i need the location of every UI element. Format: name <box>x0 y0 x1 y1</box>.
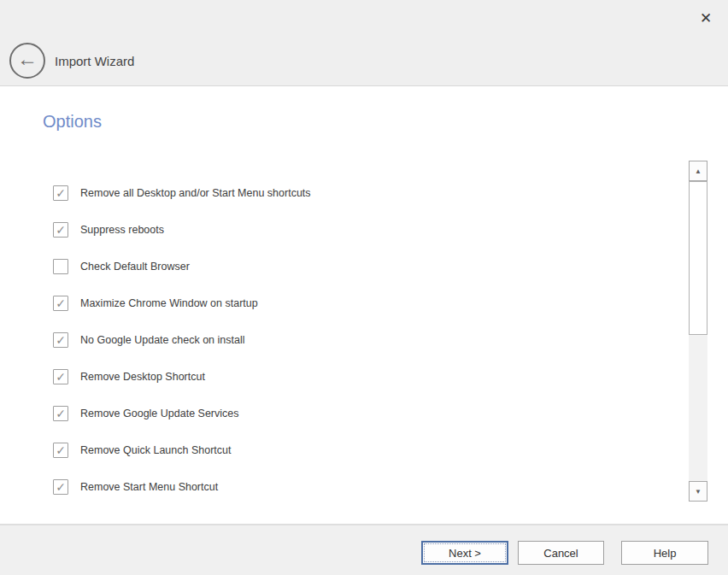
option-row[interactable]: ✓ Remove Desktop Shortcut <box>0 358 728 395</box>
scrollbar-thumb[interactable] <box>689 181 707 335</box>
option-checkbox[interactable]: ✓ <box>53 296 68 311</box>
option-row[interactable]: ✓ Remove Start Menu Shortcut <box>0 468 728 504</box>
option-checkbox[interactable]: ✓ <box>53 332 68 348</box>
help-button[interactable]: Help <box>621 541 708 565</box>
option-checkbox[interactable]: ✓ <box>53 479 68 495</box>
options-panel: ✓ Remove all Desktop and/or Start Menu s… <box>0 162 728 504</box>
option-checkbox[interactable]: ✓ <box>53 406 68 421</box>
option-row[interactable]: ✓ No Google Update check on install <box>0 321 728 358</box>
option-row[interactable]: ✓ Suppress reboots <box>0 211 728 248</box>
option-checkbox[interactable] <box>53 259 68 274</box>
close-icon[interactable]: ✕ <box>695 7 717 29</box>
option-row[interactable]: Check Default Browser <box>0 248 728 285</box>
wizard-header: ✕ ← Import Wizard <box>0 0 728 86</box>
scroll-down-icon[interactable]: ▼ <box>689 481 707 502</box>
option-label: Check Default Browser <box>80 261 190 273</box>
back-button[interactable]: ← <box>9 43 45 79</box>
back-arrow-icon: ← <box>17 49 38 69</box>
option-label: Maximize Chrome Window on startup <box>80 297 258 309</box>
import-wizard-dialog: ✕ ← Import Wizard Options ✓ Remove all D… <box>0 0 728 575</box>
next-button[interactable]: Next > <box>421 541 508 565</box>
option-label: Remove Google Update Services <box>80 408 239 420</box>
option-checkbox[interactable]: ✓ <box>53 369 68 384</box>
option-row[interactable]: ✓ Maximize Chrome Window on startup <box>0 285 728 321</box>
cancel-button[interactable]: Cancel <box>518 541 604 565</box>
option-checkbox[interactable]: ✓ <box>53 443 68 458</box>
option-label: No Google Update check on install <box>80 334 244 346</box>
wizard-title: Import Wizard <box>55 43 134 79</box>
option-row[interactable]: ✓ Remove all Desktop and/or Start Menu s… <box>0 174 728 211</box>
page-title: Options <box>43 112 102 132</box>
option-checkbox[interactable]: ✓ <box>53 222 68 238</box>
option-label: Remove all Desktop and/or Start Menu sho… <box>80 187 311 199</box>
wizard-footer: Next > Cancel Help <box>0 524 728 575</box>
option-label: Suppress reboots <box>80 224 164 236</box>
option-row[interactable]: ✓ Remove Google Update Services <box>0 395 728 431</box>
option-label: Remove Desktop Shortcut <box>80 371 205 383</box>
option-checkbox[interactable]: ✓ <box>53 185 68 201</box>
option-label: Remove Start Menu Shortcut <box>80 481 218 493</box>
option-label: Remove Quick Launch Shortcut <box>80 444 231 456</box>
options-list: ✓ Remove all Desktop and/or Start Menu s… <box>0 162 728 504</box>
option-row[interactable]: ✓ Remove Quick Launch Shortcut <box>0 431 728 468</box>
scroll-up-icon[interactable]: ▲ <box>689 161 707 181</box>
vertical-scrollbar[interactable]: ▲ ▼ <box>689 161 707 502</box>
